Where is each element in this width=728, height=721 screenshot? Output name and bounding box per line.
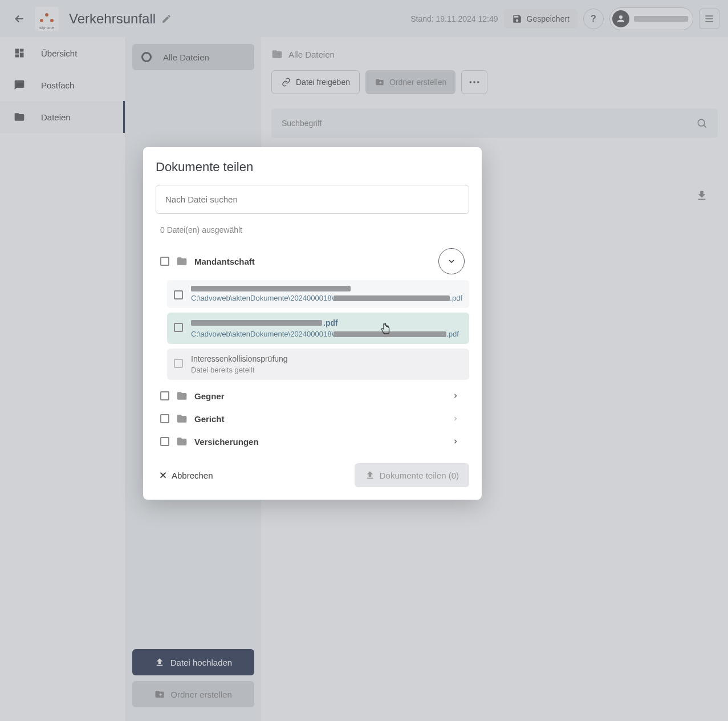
folder-row-gegner[interactable]: Gegner	[156, 384, 469, 407]
modal-search-input[interactable]	[156, 185, 469, 214]
file-row[interactable]: C:\advoweb\aktenDokumente\2024000018\.pd…	[167, 280, 469, 308]
cancel-button[interactable]: Abbrechen	[156, 468, 215, 483]
folder-icon	[176, 390, 188, 402]
folder-icon	[176, 256, 188, 267]
checkbox[interactable]	[160, 437, 169, 446]
checkbox	[174, 359, 183, 368]
folder-row-mandantschaft[interactable]: Mandantschaft	[156, 242, 469, 280]
share-documents-modal: Dokumente teilen 0 Datei(en) ausgewählt …	[143, 147, 482, 500]
chevron-down-icon[interactable]	[438, 248, 465, 274]
checkbox[interactable]	[174, 323, 183, 332]
chevron-right-icon[interactable]	[446, 415, 465, 422]
selection-count: 0 Datei(en) ausgewählt	[160, 225, 469, 234]
chevron-right-icon[interactable]	[446, 438, 465, 445]
share-documents-button: Dokumente teilen (0)	[355, 463, 469, 487]
folder-row-versicherungen[interactable]: Versicherungen	[156, 430, 469, 453]
modal-title: Dokumente teilen	[156, 160, 469, 175]
checkbox[interactable]	[160, 414, 169, 423]
chevron-right-icon[interactable]	[446, 392, 465, 399]
folder-row-gericht[interactable]: Gericht	[156, 407, 469, 430]
file-row-disabled: Interessenkollisionsprüfung Datei bereit…	[167, 349, 469, 380]
checkbox[interactable]	[160, 257, 169, 266]
folder-icon	[176, 436, 188, 447]
checkbox[interactable]	[160, 391, 169, 400]
folder-icon	[176, 413, 188, 424]
file-row[interactable]: .pdf C:\advoweb\aktenDokumente\202400001…	[167, 313, 469, 344]
checkbox[interactable]	[174, 290, 183, 299]
